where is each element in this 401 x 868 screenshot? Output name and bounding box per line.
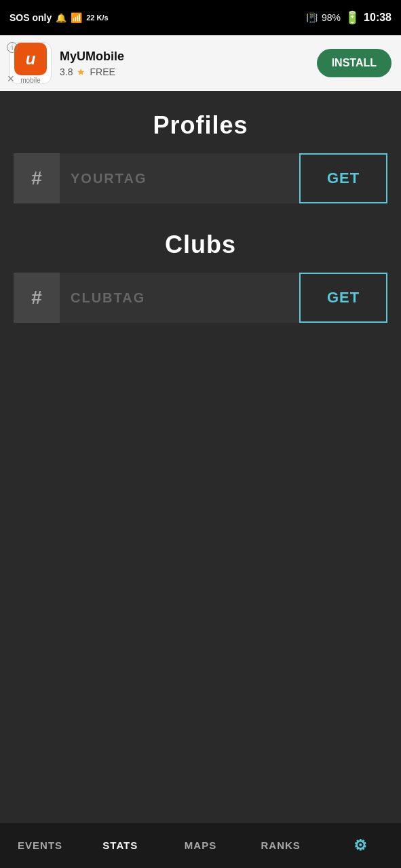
- ad-app-name: MyUMobile: [60, 50, 309, 64]
- network-speed: 22 K/s: [86, 14, 108, 22]
- profiles-hash-symbol: #: [14, 153, 60, 203]
- ad-price: FREE: [90, 66, 115, 77]
- ad-close-icon[interactable]: ✕: [7, 73, 15, 84]
- ad-app-meta: 3.8 ★ FREE: [60, 66, 309, 77]
- clubs-get-button[interactable]: GET: [299, 273, 387, 323]
- ad-banner: i ✕ u mobile MyUMobile 3.8 ★ FREE INSTAL…: [0, 35, 401, 91]
- profiles-get-button[interactable]: GET: [299, 153, 387, 203]
- status-left: SOS only 🔔 📶 22 K/s: [9, 12, 109, 23]
- status-bar: SOS only 🔔 📶 22 K/s 📳 98% 🔋 10:38: [0, 0, 401, 35]
- phone-vibrate-icon: 📳: [306, 12, 318, 23]
- bottom-nav: EVENTS STATS MAPS RANKS ⚙: [0, 822, 401, 868]
- clubs-hash-symbol: #: [14, 273, 60, 323]
- clock: 10:38: [364, 12, 392, 24]
- gear-icon: ⚙: [354, 837, 368, 854]
- nav-events[interactable]: EVENTS: [0, 823, 80, 868]
- nav-stats[interactable]: STATS: [80, 823, 160, 868]
- alert-icon: 🔔: [56, 13, 66, 23]
- nav-ranks[interactable]: RANKS: [241, 823, 321, 868]
- clubs-title: Clubs: [165, 231, 236, 259]
- battery-percent: 98%: [322, 12, 341, 23]
- battery-icon: 🔋: [345, 10, 360, 25]
- sos-text: SOS only: [9, 12, 52, 23]
- wifi-icon: 📶: [71, 12, 82, 23]
- profiles-title: Profiles: [153, 111, 248, 140]
- profiles-tag-input[interactable]: [60, 153, 299, 203]
- ad-logo-label: mobile: [20, 77, 40, 84]
- clubs-input-row: # GET: [14, 273, 387, 323]
- ad-info-icon[interactable]: i: [7, 42, 18, 53]
- ad-star-icon: ★: [77, 66, 85, 77]
- ad-logo-letter: u: [26, 51, 36, 67]
- nav-maps[interactable]: MAPS: [160, 823, 240, 868]
- ad-rating: 3.8: [60, 66, 73, 77]
- main-content: Profiles # GET Clubs # GET: [0, 91, 401, 822]
- ad-logo: u: [14, 43, 47, 75]
- clubs-tag-input[interactable]: [60, 273, 299, 323]
- ad-app-info: MyUMobile 3.8 ★ FREE: [60, 50, 309, 77]
- profiles-input-row: # GET: [14, 153, 387, 203]
- ad-install-button[interactable]: INSTALL: [317, 49, 392, 77]
- nav-settings[interactable]: ⚙: [321, 823, 401, 868]
- status-right: 📳 98% 🔋 10:38: [306, 10, 392, 25]
